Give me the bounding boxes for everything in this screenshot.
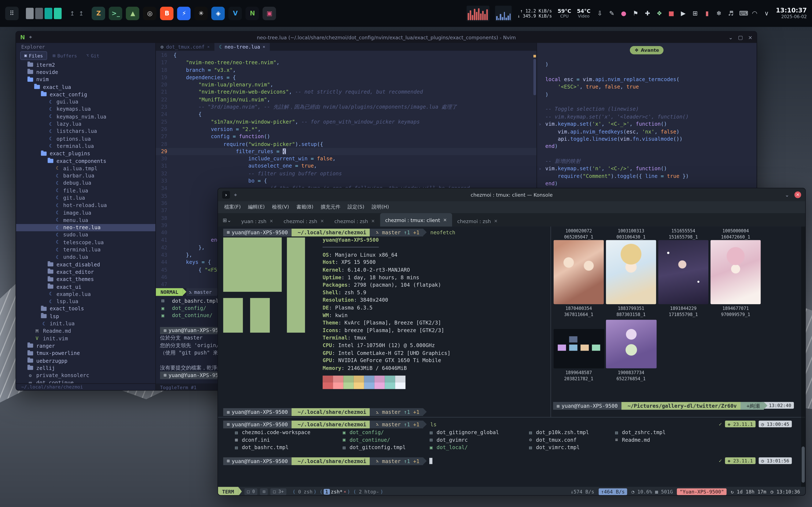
window-shade-icon[interactable]: ⌄ [785,192,790,198]
virtual-desktop-cell[interactable] [45,8,52,19]
tree-item[interactable]: ☾example.lua [16,290,155,298]
tree-item[interactable]: ☾lazy.lua [16,120,155,128]
konsole-scrollbar-thumb[interactable] [802,446,805,483]
avante-badge[interactable]: ❖ Avante [630,46,664,55]
network-usage-graph[interactable] [495,6,512,21]
volume-icon[interactable]: ♬ [727,10,734,17]
tree-item[interactable]: ☾gui.lua [16,98,155,105]
tree-item[interactable]: ☾file.lua [16,187,155,194]
explorer-tab-buffers[interactable]: ▤Buffers [49,51,81,60]
virtual-desktop-pager[interactable] [26,8,61,19]
menu-item[interactable]: 說明(H) [371,204,389,211]
cpu-temp-widget[interactable]: 59°C CPU [558,8,571,18]
tray-mini-app-2[interactable]: ↥ [79,10,84,17]
tab-close-icon[interactable]: × [263,45,265,49]
editor-tab[interactable]: ⚙dot_tmux.conf× [156,43,214,51]
tab-close-icon[interactable]: × [270,218,273,223]
tray-expander-icon[interactable]: ∨ [763,10,770,17]
gallery-thumbnail[interactable] [553,329,604,369]
tab-close-icon[interactable]: × [494,218,498,223]
menu-item[interactable]: 擴充元件 [320,204,340,211]
tree-item[interactable]: Vinit.vim [16,335,155,342]
window-close-icon[interactable]: × [748,35,753,40]
konsole-tab[interactable]: yuan : zsh× [236,215,278,227]
tree-item[interactable]: zellij [16,364,155,372]
terminal-area[interactable]: ⊞yuan@Yuan-XPS-9500~/.local/share/chezmo… [218,227,805,496]
tmux-pane-shell[interactable]: ⊞yuan@Yuan-XPS-9500~/.local/share/chezmo… [218,417,805,487]
konsole-titlebar[interactable]: › ⌖ chezmoi : tmux: client — Konsole ⌄ × [218,188,805,201]
konsole-tab[interactable]: chezmoi : tmux: client× [380,213,452,227]
tree-item[interactable]: exact_components [16,157,155,165]
tree-item[interactable]: ☾debug.lua [16,179,155,187]
neovim-icon[interactable]: N [246,7,259,20]
tmux-window[interactable]: (2 htop-) [353,489,384,494]
download-tray-icon[interactable]: ⇩ [596,10,604,17]
window-shade-icon[interactable]: ⌄ [728,35,733,40]
menu-item[interactable]: 編輯(E) [248,204,265,211]
tree-item[interactable]: ☾telescope.lua [16,238,155,246]
notifications-icon[interactable]: ⚑ [632,10,639,17]
split-view-icon[interactable]: ⊞⌄ [218,217,236,223]
tree-item[interactable]: exact_editor [16,268,155,276]
fold-chevron-icon[interactable]: › [539,165,541,173]
tree-item[interactable]: ☾image.lua [16,209,155,216]
gallery-thumbnail[interactable] [606,320,656,368]
keyboard-layout-icon[interactable]: ⌨ [739,10,746,17]
messenger-icon[interactable]: ⚡ [177,7,191,20]
tab-close-icon[interactable]: × [443,217,447,222]
vscode-icon[interactable]: V [229,7,242,20]
konsole-tab[interactable]: chezmoi : zsh× [329,215,380,227]
clock-widget[interactable]: 13:10:37 2025-06-02 [776,7,807,20]
tree-item[interactable]: ☾lsp.lua [16,298,155,305]
konsole-tab[interactable]: chezmoi : zsh× [278,215,329,227]
zellij-icon[interactable]: Z [92,7,105,20]
fold-chevron-icon[interactable]: › [539,121,541,128]
stylus-icon[interactable]: ✎ [608,10,615,17]
brave-browser-icon[interactable]: B [160,7,174,20]
window-maximize-icon[interactable]: ▢ [738,35,743,40]
tree-item[interactable]: exact_config [16,91,155,98]
gallery-thumbnail[interactable] [606,240,656,304]
editor-tab[interactable]: ☾neo-tree.lua× [214,43,270,51]
tree-item[interactable]: tmux-powerline [16,349,155,357]
chatgpt-icon[interactable]: ✳ [194,7,208,20]
tree-item[interactable]: ☾terminal.lua [16,143,155,150]
tmux-window[interactable]: (0 zsh) [293,489,316,494]
virtual-desktop-cell[interactable] [26,8,34,19]
leaf-icon[interactable]: ❖ [656,10,663,17]
tree-item[interactable]: exact_lua [16,83,155,91]
cpu-usage-graph[interactable] [467,6,490,21]
nvim-titlebar[interactable]: N ⌖ neo-tree.lua (~/.local/share/chezmoi… [16,32,757,43]
tree-item[interactable]: ☾sudo.lua [16,231,155,238]
tree-item[interactable]: exact_themes [16,276,155,283]
brightness-icon[interactable]: ❄ [715,10,722,17]
explorer-tab-git[interactable]: ⌥Git [83,51,103,60]
tree-item[interactable]: exact_tools [16,305,155,313]
security-shield-icon[interactable]: ✚ [644,10,651,17]
tmux-window[interactable]: (1 zsh* ×) [320,489,350,494]
tree-item[interactable]: ☾hot-reload.lua [16,202,155,209]
tree-item[interactable]: ☾keymaps.lua [16,105,155,113]
tree-item[interactable]: MReadme.md [16,327,155,335]
menu-item[interactable]: 檢視(V) [272,204,289,211]
tree-item[interactable]: ☾terminal.lua [16,246,155,253]
tab-close-icon[interactable]: × [320,218,324,223]
media-player-icon[interactable]: ▶ [679,10,687,17]
konsole-scrollbar[interactable] [801,227,805,487]
tree-item[interactable]: ☾barbar.lua [16,172,155,179]
gpu-temp-widget[interactable]: 54°C Video [577,8,591,18]
tree-item[interactable]: ☾keymaps_nvim.lua [16,113,155,120]
wifi-icon[interactable]: ◠ [751,10,758,17]
tab-close-icon[interactable]: × [207,45,210,49]
tree-item[interactable]: neovide [16,68,155,76]
tree-item[interactable]: ueberzugpp [16,357,155,364]
app-launcher-button[interactable]: ⠿ [5,7,18,20]
virtual-desktop-cell[interactable] [35,8,43,19]
shield-app-icon[interactable]: ◈ [211,7,225,20]
tree-item[interactable]: ☾undo.lua [16,253,155,261]
virtual-desktop-cell[interactable] [54,8,62,19]
tree-item[interactable]: iterm2 [16,61,155,68]
tree-item[interactable]: ☾neo-tree.lua [16,224,155,231]
recorder-icon[interactable]: ■ [668,10,675,17]
tree-item[interactable]: ☾ai.lua.tmpl [16,165,155,172]
